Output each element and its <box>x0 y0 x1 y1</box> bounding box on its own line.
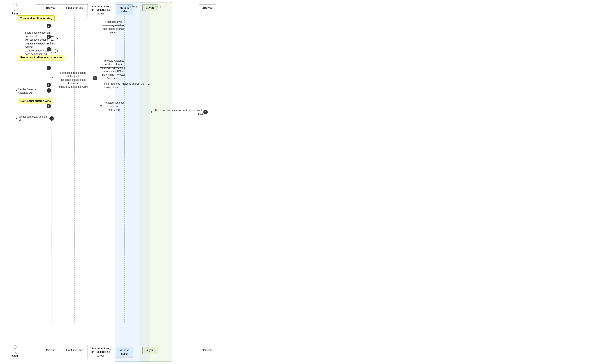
msg-render-ctx: Render contextual auction ad <box>18 115 49 122</box>
svg-point-32 <box>14 346 17 348</box>
user-label-top: User <box>9 12 21 15</box>
msg-pa-null: Protected Audience auctionreturns null <box>102 101 126 111</box>
svg-line-36 <box>15 352 17 354</box>
svg-rect-0 <box>115 2 150 362</box>
client-lib-label-top: Client-side library for Publisher ad ser… <box>90 5 111 15</box>
msg-fetch-scoring: Fetch top-level scoring scriptand truste… <box>101 20 126 34</box>
buyers-label-top: Buyers <box>146 6 155 9</box>
svg-marker-18 <box>148 84 150 86</box>
user-actor-top: User <box>9 3 21 15</box>
svg-line-30 <box>13 10 15 11</box>
diagram-svg: Sellers Buyers <box>0 0 597 364</box>
step-6: 6 <box>47 83 51 87</box>
svg-rect-1 <box>141 2 172 362</box>
step-7: 7 <box>47 88 51 93</box>
msg-fetch-ctx: Fetch contextual auction ad from the win… <box>152 109 204 116</box>
buyers-box-bottom: Buyers <box>142 347 158 354</box>
step-5: 5 <box>93 76 97 80</box>
diagram-container: Sellers Buyers <box>0 0 597 364</box>
svg-marker-26 <box>15 117 17 119</box>
step-3: 3 <box>47 47 51 51</box>
step-1: 1 <box>47 24 51 28</box>
user-actor-bottom: User <box>9 345 21 358</box>
step-8: 8 <box>47 104 51 108</box>
ctx-wins-label: Contextual auction wins <box>18 98 53 104</box>
step-9: 9 <box>203 110 208 114</box>
client-lib-box-bottom: Client-side library for Publisher ad ser… <box>87 345 113 359</box>
buyers-box-top: Buyers <box>142 4 158 11</box>
client-lib-box-top: Client-side library for Publisher ad ser… <box>87 3 113 17</box>
step-2: 2 <box>47 35 51 39</box>
step-10: 10 <box>49 116 54 121</box>
top-level-seller-box-bottom: Top-level seller <box>116 347 133 357</box>
msg-choose-highest: Choose the highest scoring ad fromtop-le… <box>25 42 56 56</box>
publisher-site-box-top: Publisher site <box>61 4 88 11</box>
browser-label-top: Browser <box>46 6 56 9</box>
svg-marker-20 <box>15 89 17 91</box>
step-4: 4 <box>47 66 51 70</box>
msg-render-pa: Render Protected Audience ad <box>18 88 47 95</box>
publisher-site-box-bottom: Publisher site <box>61 347 88 354</box>
svg-point-27 <box>14 3 17 6</box>
pbrowser-box-bottom: pBrowser <box>199 347 216 354</box>
publisher-site-label-top: Publisher site <box>66 6 83 9</box>
msg-fetch-pa-ad: Fetch Protected Audience ad from the win… <box>103 82 146 89</box>
top-level-seller-box-top: Top-level seller <box>116 4 133 15</box>
top-level-scoring-label: Top-level auction scoring <box>18 16 55 21</box>
pbrowser-box-top: pBrowser <box>199 4 216 11</box>
svg-marker-16 <box>51 77 53 79</box>
top-level-seller-label-top: Top-level seller <box>119 6 130 13</box>
msg-pa-returns: Protected Audience auction returnsFenced… <box>101 59 126 80</box>
svg-line-35 <box>13 352 15 354</box>
pbrowser-label-top: pBrowser <box>202 6 213 9</box>
svg-line-31 <box>15 10 17 11</box>
user-label-bottom: User <box>9 354 21 358</box>
msg-set-fenced: Set fenced frame config attribute withth… <box>57 71 89 89</box>
